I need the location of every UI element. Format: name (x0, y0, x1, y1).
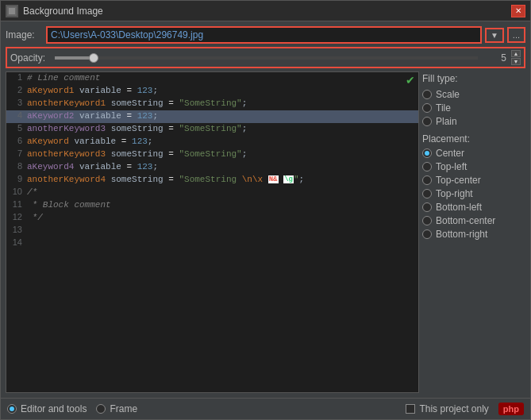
dialog: Background Image ✕ Image: ▼ ... Opacity:… (0, 0, 531, 420)
opacity-decrement[interactable]: ▼ (511, 58, 521, 65)
placement-bottomleft-radio[interactable] (422, 202, 432, 212)
table-row: 13 (6, 225, 418, 237)
fill-plain-option[interactable]: Plain (422, 116, 525, 127)
placement-topleft-radio[interactable] (422, 162, 432, 171)
editor-tools-radio[interactable] (7, 404, 17, 414)
table-row: 3 anotherKeyword1 someString = "SomeStri… (6, 98, 418, 110)
title-bar: Background Image ✕ (1, 1, 530, 21)
table-row: 1 # Line comment (6, 72, 418, 85)
code-editor[interactable]: ✔ 1 # Line comment 2 aKeyword1 variable … (6, 71, 419, 393)
placement-center-radio[interactable] (422, 148, 432, 158)
placement-label: Placement: (422, 133, 525, 144)
table-row: 2 aKeyword1 variable = 123; (6, 85, 418, 98)
fill-tile-label: Tile (436, 102, 451, 114)
table-row: 8 aKeyword4 variable = 123; (6, 161, 418, 174)
placement-topright-label: Top-right (436, 188, 473, 199)
title-icon (6, 5, 18, 17)
placement-center-option[interactable]: Center (422, 148, 525, 159)
image-input-wrap (46, 26, 482, 44)
table-row: 10 /* (6, 187, 418, 199)
placement-topcenter-option[interactable]: Top-center (422, 175, 525, 186)
image-label: Image: (6, 29, 41, 40)
table-row: 11 * Block comment (6, 199, 418, 212)
opacity-slider[interactable] (55, 56, 478, 60)
editor-tools-option[interactable]: Editor and tools (7, 403, 87, 414)
right-panel: Fill type: Scale Tile Plain Plac (422, 71, 525, 393)
editor-tools-label: Editor and tools (21, 403, 87, 414)
php-badge: php (498, 403, 524, 415)
image-path-input[interactable] (48, 28, 480, 42)
dialog-content: Image: ▼ ... Opacity: 5 ▲ ▼ ✔ (1, 21, 530, 398)
table-row: 12 */ (6, 212, 418, 225)
placement-topcenter-label: Top-center (436, 175, 481, 186)
fill-scale-label: Scale (436, 89, 460, 100)
opacity-row: Opacity: 5 ▲ ▼ (6, 47, 525, 68)
fill-type-label: Fill type: (422, 73, 525, 84)
fill-tile-option[interactable]: Tile (422, 102, 525, 114)
opacity-thumb (89, 53, 98, 63)
dialog-title: Background Image (23, 6, 103, 17)
check-icon: ✔ (406, 74, 415, 87)
placement-topcenter-radio[interactable] (422, 175, 432, 185)
placement-center-label: Center (436, 148, 464, 159)
fill-plain-radio[interactable] (422, 117, 432, 126)
table-row: 6 aKeyword variable = 123; (6, 136, 418, 148)
table-row: 4 aKeyword2 variable = 123; (6, 110, 418, 123)
placement-bottomleft-option[interactable]: Bottom-left (422, 202, 525, 213)
table-row: 5 anotherKeyword3 someString = "SomeStri… (6, 123, 418, 136)
main-area: ✔ 1 # Line comment 2 aKeyword1 variable … (6, 71, 525, 393)
placement-bottomright-option[interactable]: Bottom-right (422, 229, 525, 240)
fill-scale-radio[interactable] (422, 90, 432, 99)
image-row: Image: ▼ ... (6, 26, 525, 44)
close-button[interactable]: ✕ (511, 5, 525, 17)
fill-type-group: Scale Tile Plain (422, 89, 525, 127)
placement-topright-option[interactable]: Top-right (422, 188, 525, 199)
placement-bottomcenter-option[interactable]: Bottom-center (422, 215, 525, 226)
opacity-label: Opacity: (10, 52, 50, 64)
placement-topleft-label: Top-left (436, 161, 467, 172)
placement-bottomleft-label: Bottom-left (436, 202, 482, 213)
image-more-button[interactable]: ... (507, 27, 525, 43)
placement-bottomright-label: Bottom-right (436, 229, 487, 240)
fill-plain-label: Plain (436, 116, 457, 127)
image-dropdown-button[interactable]: ▼ (485, 28, 504, 43)
opacity-spinner: ▲ ▼ (511, 50, 521, 65)
project-only-label: This project only (419, 403, 488, 414)
placement-bottomcenter-label: Bottom-center (436, 215, 495, 226)
table-row: 9 anotherKeyword4 someString = "SomeStri… (6, 174, 418, 187)
bottom-bar: Editor and tools Frame This project only… (1, 398, 530, 419)
placement-topright-radio[interactable] (422, 189, 432, 198)
fill-tile-radio[interactable] (422, 103, 432, 113)
table-row: 14 (6, 237, 418, 250)
fill-scale-option[interactable]: Scale (422, 89, 525, 100)
placement-topleft-option[interactable]: Top-left (422, 161, 525, 172)
title-bar-left: Background Image (6, 5, 103, 17)
placement-bottomcenter-radio[interactable] (422, 216, 432, 225)
opacity-value: 5 (483, 52, 506, 64)
frame-option[interactable]: Frame (96, 403, 137, 414)
placement-group: Center Top-left Top-center Top-right (422, 148, 525, 240)
frame-radio[interactable] (96, 404, 106, 414)
svg-rect-1 (9, 8, 15, 14)
project-only-option[interactable]: This project only (406, 403, 488, 414)
placement-bottomright-radio[interactable] (422, 229, 432, 239)
opacity-increment[interactable]: ▲ (511, 50, 521, 57)
frame-label: Frame (110, 403, 137, 414)
project-only-checkbox[interactable] (406, 404, 415, 414)
table-row: 7 anotherKeyword3 someString = "SomeStri… (6, 148, 418, 161)
